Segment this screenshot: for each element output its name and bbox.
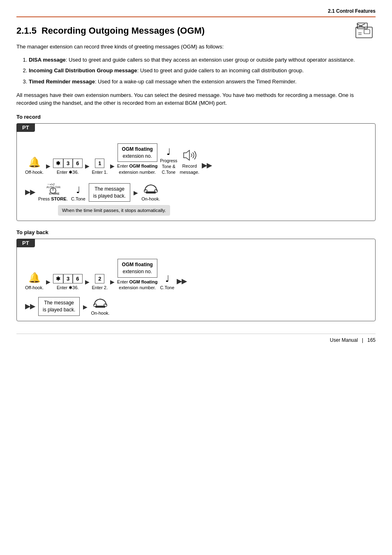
to-play-back-diagram: PT 🔔 Off-hook. ▶ ✱ 3 6 Enter ✱36. ▶	[16, 239, 376, 321]
step-pb-enter2: 2 Enter 2.	[92, 274, 108, 290]
intro-text: The manager extension can record three k…	[16, 43, 376, 51]
bullet-list: DISA message: Used to greet and guide ca…	[29, 56, 376, 86]
section-header: 2.1 Control Features	[16, 8, 376, 17]
key-star36: ✱ 3 6	[53, 159, 82, 168]
ogm-box: OGM floating extension no.	[118, 143, 157, 162]
svg-text:STORE: STORE	[49, 192, 60, 195]
arrow-double-1: ▶▶	[202, 161, 212, 175]
svg-text:AUTO DIAL: AUTO DIAL	[46, 186, 60, 189]
step-onhook: On-hook.	[141, 182, 160, 202]
store-icon: →•/•2 AUTO DIAL STORE	[46, 181, 60, 195]
step-progress-tone: ♩ Progress Tone & C.Tone	[160, 147, 177, 175]
arrow-3: ▶	[110, 163, 115, 175]
key-6: 6	[73, 159, 82, 168]
arr-pb-3: ▶	[110, 279, 115, 291]
key-pb-star36: ✱ 3 6	[53, 274, 82, 283]
ogm-pb-box: OGM floating extension no.	[118, 259, 157, 278]
key-pb-3: 3	[63, 274, 73, 283]
pb-message-box: The message is played back.	[38, 297, 80, 316]
bullet-item-2: Incoming Call Distribution Group message…	[29, 67, 376, 75]
key-3: 3	[63, 159, 73, 168]
svg-rect-1	[357, 23, 367, 29]
fax-icon	[353, 21, 376, 39]
onhook-icon	[143, 182, 158, 195]
arrow-1: ▶	[46, 163, 51, 175]
to-play-back-heading: To play back	[16, 229, 376, 235]
step-ogm: OGM floating extension no. Enter OGM flo…	[117, 143, 157, 175]
arr-pb-dbl: ▶▶	[177, 277, 187, 291]
message-played-box: The message is played back.	[89, 183, 130, 202]
step-enter-star36: ✱ 3 6 Enter ✱36.	[53, 159, 82, 175]
para-text: All messages have their own extension nu…	[16, 91, 376, 107]
pb-onhook-icon	[93, 297, 108, 309]
to-record-diagram: PT 🔔 Off-hook. ▶ ✱ 3 6 Enter ✱36. ▶	[16, 123, 376, 221]
step-pb-message: The message is played back.	[38, 297, 80, 316]
arr-pb-2: ▶	[85, 279, 90, 291]
step-offhook: 🔔 Off-hook.	[25, 157, 44, 175]
step-message-played: The message is played back.	[89, 183, 130, 202]
key-pb-6: 6	[73, 274, 82, 283]
phone-pb-icon: 🔔	[28, 272, 41, 283]
page-footer: User Manual | 165	[16, 334, 376, 343]
bullet-item-3: Timed Reminder message: Used for a wake-…	[29, 78, 376, 86]
section-title: 2.1.5 Recording Outgoing Messages (OGM)	[16, 25, 353, 36]
pt-label-record: PT	[16, 123, 35, 132]
step-pb-offhook: 🔔 Off-hook.	[25, 272, 44, 290]
step-pb-onhook: On-hook.	[91, 297, 109, 316]
step-enter1: 1 Enter 1.	[92, 159, 108, 175]
key-1: 1	[95, 159, 104, 168]
step-pb-ogm: OGM floating extension no. Enter OGM flo…	[117, 259, 157, 290]
key-pb-star: ✱	[53, 274, 63, 283]
speaker-icon	[180, 149, 198, 162]
svg-rect-2	[364, 30, 370, 34]
step-record-msg: Record message.	[180, 149, 199, 175]
to-record-heading: To record	[16, 114, 376, 120]
step-pb-ctone: ♩ C.Tone	[160, 274, 174, 290]
note-bubble: When the time limit passes, it stops aut…	[58, 205, 170, 216]
key-star: ✱	[53, 159, 63, 168]
phone-offhook-icon: 🔔	[28, 157, 41, 168]
arr-pb-1: ▶	[46, 279, 51, 291]
music-note-icon: ♩	[166, 147, 171, 157]
svg-rect-17	[95, 306, 105, 308]
pt-label-play: PT	[16, 239, 35, 247]
section-header-text: 2.1 Control Features	[328, 8, 376, 14]
step-store: →•/•2 AUTO DIAL STORE Press STORE.	[38, 181, 68, 202]
arr-pb-4: ▶	[83, 304, 88, 316]
key-pb-2: 2	[95, 274, 104, 283]
arr-pb-dbl2: ▶▶	[25, 302, 35, 316]
ctone-note-icon: ♩	[76, 186, 80, 195]
arrow-2: ▶	[85, 163, 90, 175]
step-pb-star36: ✱ 3 6 Enter ✱36.	[53, 274, 82, 290]
pb-ctone-note-icon: ♩	[165, 274, 169, 283]
step-ctone: ♩ C.Tone	[71, 186, 85, 202]
arrow-double-2: ▶▶	[25, 188, 35, 202]
bullet-item-1: DISA message: Used to greet and guide ca…	[29, 56, 376, 64]
svg-rect-14	[146, 191, 156, 193]
arrow-4: ▶	[134, 189, 138, 202]
